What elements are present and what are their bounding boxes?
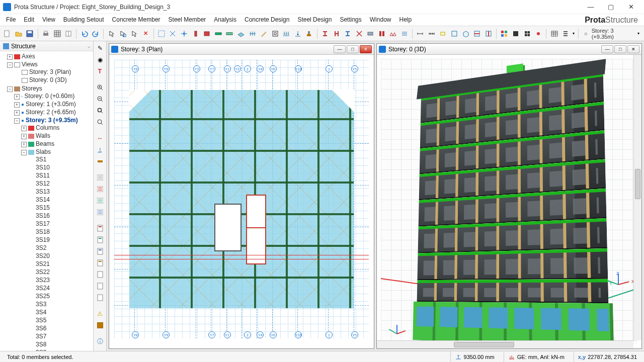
report4-icon[interactable]: [95, 258, 105, 268]
layers-icon[interactable]: [499, 28, 510, 39]
steel-h-icon[interactable]: [331, 28, 342, 39]
dropdown-icon[interactable]: ▾: [572, 28, 576, 39]
tree-slab-item[interactable]: 3S8: [28, 340, 93, 348]
tree-body[interactable]: +Axes −Views Storey: 3 (Plan) Storey: 0 …: [0, 51, 93, 351]
cursor-select-icon[interactable]: [118, 28, 128, 39]
tree-slab-item[interactable]: 3S6: [28, 324, 93, 332]
axis-icon[interactable]: [156, 28, 167, 39]
beam-icon[interactable]: [213, 28, 224, 39]
tree-slab-item[interactable]: 3S25: [28, 292, 93, 300]
book-icon[interactable]: [63, 28, 74, 39]
list-icon[interactable]: [560, 28, 571, 39]
opening-icon[interactable]: [270, 28, 280, 39]
tree-slab-item[interactable]: 3S16: [28, 212, 93, 220]
storey-dropdown-icon[interactable]: ▾: [635, 28, 642, 39]
vis2-icon[interactable]: [522, 28, 532, 39]
tree-slab-item[interactable]: 3S9: [28, 348, 93, 351]
vis3-icon[interactable]: [533, 28, 544, 39]
save-icon[interactable]: [25, 28, 35, 39]
redo-icon[interactable]: [91, 28, 101, 39]
beam2-icon[interactable]: [224, 28, 235, 39]
steel-brace-icon[interactable]: [354, 28, 364, 39]
menu-settings[interactable]: Settings: [336, 14, 365, 26]
tree-storey-item[interactable]: +◦Storey: 0 (+0.60m): [14, 92, 93, 100]
tree-slab-item[interactable]: 3S17: [28, 220, 93, 228]
tree-slab-item[interactable]: 3S13: [28, 188, 93, 196]
3d-hscrollbar[interactable]: [377, 340, 633, 348]
cancel-icon[interactable]: ✕: [140, 28, 151, 39]
steel-i-icon[interactable]: [320, 28, 331, 39]
report3-icon[interactable]: [95, 246, 105, 256]
table-icon[interactable]: [549, 28, 559, 39]
wall-icon[interactable]: [202, 28, 212, 39]
menu-file[interactable]: File: [2, 14, 20, 26]
menu-building-setout[interactable]: Building Setout: [59, 14, 108, 26]
dim-icon[interactable]: [415, 28, 426, 39]
cursor-alt-icon[interactable]: [129, 28, 140, 39]
point-load-icon[interactable]: [293, 28, 303, 39]
close-button[interactable]: ✕: [621, 1, 641, 14]
steel-purlin-icon[interactable]: [399, 28, 410, 39]
tree-slabs[interactable]: −Slabs 3S13S103S113S123S133S143S153S163S…: [21, 148, 93, 351]
vis1-icon[interactable]: [511, 28, 521, 39]
tree-slab-item[interactable]: 3S10: [28, 163, 93, 171]
list4-icon[interactable]: [95, 207, 105, 217]
zoom-out-icon[interactable]: [95, 94, 105, 104]
warn-icon[interactable]: ⚠: [95, 309, 105, 319]
3d-view-canvas[interactable]: X Y Z: [377, 55, 641, 348]
list2-icon[interactable]: [95, 184, 105, 194]
plan-max-button[interactable]: □: [347, 45, 359, 53]
tree-slab-item[interactable]: 3S12: [28, 179, 93, 188]
elev-icon[interactable]: [484, 28, 494, 39]
steel-plate-icon[interactable]: [365, 28, 376, 39]
tree-slab-item[interactable]: 3S20: [28, 252, 93, 260]
tree-storeys[interactable]: −Storeys +◦Storey: 0 (+0.60m) +●Storey: …: [7, 84, 93, 351]
minimize-button[interactable]: —: [581, 1, 601, 14]
grid-axis-icon[interactable]: [179, 28, 190, 39]
3d-vscrollbar[interactable]: [633, 55, 641, 340]
slab-icon[interactable]: [236, 28, 247, 39]
3d-view-titlebar[interactable]: Storey: 0 (3D) — □ ✕: [377, 44, 641, 55]
report1-icon[interactable]: [95, 223, 105, 233]
tree-slab-item[interactable]: 3S22: [28, 268, 93, 276]
list3-icon[interactable]: [95, 196, 105, 206]
menu-edit[interactable]: Edit: [20, 14, 38, 26]
menu-analysis[interactable]: Analysis: [210, 14, 240, 26]
maximize-button[interactable]: ▢: [601, 1, 621, 14]
report6-icon[interactable]: [95, 281, 105, 291]
3d-max-button[interactable]: □: [614, 45, 626, 53]
tree-walls[interactable]: +Walls: [21, 132, 93, 140]
tree-slab-item[interactable]: 3S4: [28, 308, 93, 316]
tree-slab-item[interactable]: 3S11: [28, 171, 93, 179]
tree-slab-item[interactable]: 3S7: [28, 332, 93, 340]
plan-min-button[interactable]: —: [334, 45, 346, 53]
info-icon[interactable]: ⓘ: [95, 336, 105, 346]
3d-close-button[interactable]: ✕: [627, 45, 639, 53]
cursor-icon[interactable]: [106, 28, 117, 39]
view-3d-icon[interactable]: [461, 28, 471, 39]
tree-slab-item[interactable]: 3S1: [28, 155, 93, 163]
compass-icon[interactable]: ◉: [95, 55, 105, 65]
open-icon[interactable]: [14, 28, 24, 39]
tree-beams[interactable]: +Beams: [21, 140, 93, 148]
tree-views[interactable]: −Views Storey: 3 (Plan) Storey: 0 (3D): [7, 60, 93, 84]
menu-steel-member[interactable]: Steel Member: [165, 14, 210, 26]
tree-slab-item[interactable]: 3S5: [28, 316, 93, 324]
stair-icon[interactable]: [259, 28, 269, 39]
tree-slab-item[interactable]: 3S14: [28, 196, 93, 204]
tree-slab-item[interactable]: 3S23: [28, 276, 93, 284]
zoom-window-icon[interactable]: [95, 117, 105, 127]
steel-i2-icon[interactable]: [343, 28, 353, 39]
ribbed-icon[interactable]: [247, 28, 258, 39]
steel-truss-icon[interactable]: [388, 28, 398, 39]
tree-storey-item[interactable]: +●Storey: 2 (+6.65m): [14, 108, 93, 116]
menu-steel-design[interactable]: Steel Design: [293, 14, 336, 26]
menu-concrete-design[interactable]: Concrete Design: [240, 14, 293, 26]
report5-icon[interactable]: [95, 269, 105, 280]
dim2-icon[interactable]: [427, 28, 437, 39]
tree-slab-item[interactable]: 3S18: [28, 228, 93, 236]
measure-icon[interactable]: ↔: [95, 133, 105, 143]
menu-help[interactable]: Help: [395, 14, 416, 26]
tree-slab-item[interactable]: 3S19: [28, 236, 93, 244]
zoom-in-icon[interactable]: [95, 82, 105, 93]
